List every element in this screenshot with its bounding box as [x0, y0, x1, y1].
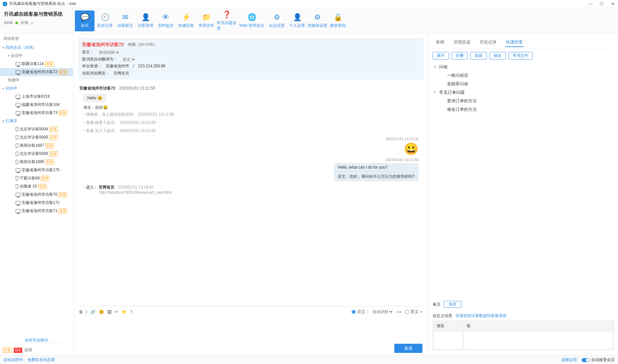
- app-icon: S: [3, 2, 7, 6]
- toolbar-Web 管理后台[interactable]: 🌐Web 管理后台: [237, 10, 266, 31]
- tab-快捷回复[interactable]: 快捷回复: [505, 38, 524, 47]
- status-dropdown-icon[interactable]: ▾: [31, 21, 33, 25]
- toolbar-历史记录[interactable]: 🕘历史记录: [95, 10, 115, 31]
- chat-log: 安徽省池州市访客722025/01/31 13:11:59 Hello 😄 译文…: [78, 80, 424, 306]
- btn-修改[interactable]: 修改: [489, 52, 506, 59]
- btn-刷新[interactable]: 刷新: [471, 52, 487, 59]
- tab-新闻[interactable]: 新闻: [435, 38, 445, 47]
- auto-accept-toggle[interactable]: [582, 358, 590, 362]
- session-item[interactable]: 吉隆坡 33新客: [0, 182, 73, 190]
- file-button[interactable]: 📁: [122, 309, 127, 314]
- qr-item[interactable]: 查询订单的方法: [433, 97, 614, 105]
- left-node[interactable]: ▾已离开: [0, 117, 73, 125]
- mobile-icon: [16, 152, 18, 156]
- toolbar-icon: 👁: [162, 13, 169, 22]
- footer-bar: 在线说明书 免费私有化部署 提醒设置 自动接受会话: [0, 356, 618, 364]
- chat-panel: 安徽省池州市访客72电脑（zh-CHS） 原文：自动识别 新消息自动翻译为：原文…: [74, 34, 428, 356]
- toolbar-访客管理[interactable]: 👤访客管理: [136, 10, 155, 31]
- how-start-link[interactable]: 如何开始聊天: [3, 338, 71, 343]
- minimize-button[interactable]: —: [588, 1, 593, 6]
- toolbar-icon: 💬: [80, 13, 89, 22]
- tab-历史记录[interactable]: 历史记录: [479, 38, 497, 47]
- btn-展开[interactable]: 展开: [433, 52, 449, 59]
- session-item[interactable]: 安徽省池州市访客70新客: [0, 190, 73, 199]
- image-button[interactable]: 🖼: [107, 309, 112, 314]
- session-item[interactable]: 北京市访客5005新客: [0, 133, 73, 141]
- eng-radio[interactable]: 英文▾: [405, 309, 422, 315]
- trans-lang-select[interactable]: 原文: [121, 57, 136, 62]
- sys-msg: 请稍候，马上接待您的咨询。 2025/01/31 13:11:59: [79, 110, 422, 119]
- session-item[interactable]: 北京市访客5004新客: [0, 125, 73, 133]
- session-item[interactable]: 上海市访客6216: [0, 92, 73, 101]
- send-button[interactable]: 发送: [394, 344, 422, 353]
- note-label: 备注: [433, 302, 440, 307]
- toolbar-会话[interactable]: 💬会话: [75, 10, 94, 31]
- input-panel: B I 🔗 😊 🖼 ✂ 📁 ? 原文：自动识别 >> 英文▾ 发送: [78, 306, 424, 356]
- toolbar-访客留言[interactable]: ✉访客留言: [115, 10, 135, 31]
- tab-浏览轨迹[interactable]: 浏览轨迹: [453, 38, 471, 47]
- site-code: SXW: [4, 21, 13, 25]
- desktop-icon: [16, 168, 20, 172]
- session-item[interactable]: 安徽省滁州市访客172: [0, 199, 73, 207]
- visiting-node[interactable]: ▾访问中: [0, 84, 73, 92]
- link-button[interactable]: 🔗: [90, 309, 95, 314]
- footer-link-deploy[interactable]: 免费私有化部署: [27, 357, 55, 363]
- toolbar-常见问题设置[interactable]: ❓常见问题设置: [217, 10, 236, 31]
- session-item[interactable]: 安徽省滁州市访客175: [0, 166, 73, 174]
- toolbar-个人设置[interactable]: 👤个人设置: [287, 10, 307, 31]
- orig-lang-select[interactable]: 自动识别: [98, 50, 120, 55]
- desktop-icon: [16, 201, 20, 205]
- session-item[interactable]: 美国访客1697新客: [0, 141, 73, 150]
- session-item[interactable]: 安徽省池州市访客73新客: [0, 109, 73, 117]
- btn-折叠[interactable]: 折叠: [452, 52, 468, 59]
- toolbar-站点设置[interactable]: ⚙站点设置: [267, 10, 287, 31]
- qr-item[interactable]: 老顾客问候: [433, 80, 614, 88]
- capture-button[interactable]: ✂: [115, 309, 118, 314]
- emoji-button[interactable]: 😊: [99, 309, 104, 314]
- new-badge: 新客: [45, 159, 54, 165]
- footer-link-manual[interactable]: 在线说明书: [3, 357, 23, 363]
- session-item[interactable]: 北京市访客5006新客: [0, 150, 73, 158]
- emoji-icon: 😀: [83, 142, 419, 156]
- qr-item[interactable]: 修改订单的方法: [433, 105, 614, 114]
- desktop-icon: [16, 193, 20, 197]
- transfer-node[interactable]: 转接中: [0, 76, 73, 84]
- new-badge: 新客: [59, 192, 67, 197]
- toolbar-icon: ❓: [222, 10, 231, 19]
- new-badge: 新客: [45, 143, 54, 148]
- help-button[interactable]: ?: [130, 309, 132, 314]
- session-item[interactable]: 宁夏访客68新客: [0, 174, 73, 182]
- mobile-icon: [16, 184, 18, 189]
- qr-category[interactable]: 问候: [433, 63, 614, 71]
- custom-info-link[interactable]: 传递您的访客数据到客服系统: [455, 313, 506, 318]
- session-item[interactable]: 新疆访客114新客: [0, 60, 73, 68]
- italic-button[interactable]: I: [86, 309, 87, 314]
- orig-radio[interactable]: 原文：自动识别: [352, 309, 393, 315]
- bold-button[interactable]: B: [79, 309, 82, 314]
- new-badge: 新客: [59, 208, 67, 214]
- in-session-node[interactable]: ▾会话中: [0, 52, 73, 60]
- close-button[interactable]: ✕: [610, 1, 615, 6]
- toolbar-快捷回复[interactable]: ⚡快捷回复: [176, 10, 196, 31]
- toolbar-常用文件[interactable]: 📁常用文件: [197, 10, 216, 31]
- maximize-button[interactable]: ☐: [599, 1, 604, 6]
- mobile-icon: [16, 160, 18, 164]
- session-item[interactable]: 福建省漳州市访客104: [0, 101, 73, 109]
- toolbar-技能组设置[interactable]: ⚙技能组设置: [308, 10, 327, 31]
- session-item[interactable]: 安徽省池州市访客71新客: [0, 207, 73, 215]
- save-note-button[interactable]: 保存: [444, 301, 461, 308]
- session-item[interactable]: 安徽省池州市访客72新客: [0, 68, 73, 76]
- session-item[interactable]: 美国访客1698新客: [0, 158, 73, 166]
- toolbar-修改密码[interactable]: 🔒修改密码: [328, 10, 348, 31]
- new-badge: 新客: [49, 127, 58, 132]
- toolbar-实时监控[interactable]: 👁实时监控: [156, 10, 176, 31]
- msg-out: Hello, what can I do for you? 原文：您好，请问有什…: [334, 163, 419, 181]
- qr-category[interactable]: 常见订单问题: [433, 88, 614, 97]
- remind-settings-link[interactable]: 提醒设置: [561, 357, 577, 363]
- qr-item[interactable]: 一般问候语: [433, 71, 614, 80]
- new-badge: 新客: [38, 184, 47, 189]
- chat-input[interactable]: [79, 317, 422, 343]
- btn-常用文件[interactable]: 常用文件: [508, 52, 533, 59]
- my-sessions-node[interactable]: ▾我的会话（在线）: [0, 43, 73, 52]
- waiting-label: 等待应答: [0, 34, 73, 43]
